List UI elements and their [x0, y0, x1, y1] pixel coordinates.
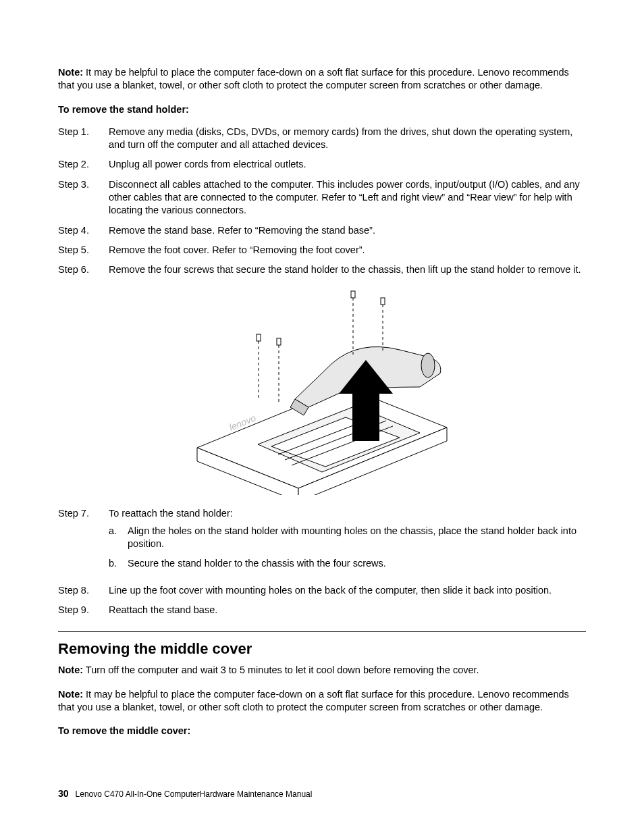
note-label: Note: [58, 689, 83, 700]
note-paragraph: Note: It may be helpful to place the com… [58, 688, 586, 714]
step-text-span: To reattach the stand holder: [109, 508, 233, 519]
procedure-heading: To remove the stand holder: [58, 103, 586, 116]
step-label: Step 7. [58, 507, 109, 577]
document-page: Note: It may be helpful to place the com… [0, 0, 644, 834]
step-text: Disconnect all cables attached to the co… [109, 178, 586, 217]
illustration-figure: lenovo [58, 286, 586, 495]
step-label: Step 6. [58, 263, 109, 276]
svg-point-4 [421, 353, 435, 377]
procedure-heading: To remove the middle cover: [58, 725, 586, 737]
note-text: It may be helpful to place the computer … [58, 689, 569, 712]
note-paragraph: Note: Turn off the computer and wait 3 t… [58, 664, 586, 677]
step-item: Step 6.Remove the four screws that secur… [58, 263, 586, 276]
step-list: Step 7. To reattach the stand holder: a.… [58, 507, 586, 617]
section-heading: Removing the middle cover [58, 639, 586, 658]
step-label: Step 8. [58, 584, 109, 597]
sub-step-label: b. [109, 557, 128, 570]
footer-title: Lenovo C470 All-In-One ComputerHardware … [76, 789, 313, 799]
sub-step-item: a.Align the holes on the stand holder wi… [109, 525, 586, 551]
sub-step-list: a.Align the holes on the stand holder wi… [109, 525, 586, 571]
step-item: Step 7. To reattach the stand holder: a.… [58, 507, 586, 577]
sub-step-item: b.Secure the stand holder to the chassis… [109, 557, 586, 570]
step-list: Step 1.Remove any media (disks, CDs, DVD… [58, 126, 586, 277]
step-text: Unplug all power cords from electrical o… [109, 158, 586, 171]
step-label: Step 5. [58, 244, 109, 257]
step-item: Step 2.Unplug all power cords from elect… [58, 158, 586, 171]
step-text: Reattach the stand base. [109, 604, 586, 617]
step-text: Line up the foot cover with mounting hol… [109, 584, 586, 597]
step-label: Step 3. [58, 178, 109, 217]
step-item: Step 4.Remove the stand base. Refer to “… [58, 224, 586, 237]
page-number: 30 [58, 788, 69, 799]
note-label: Note: [58, 67, 83, 78]
step-item: Step 1.Remove any media (disks, CDs, DVD… [58, 126, 586, 152]
svg-rect-9 [351, 291, 355, 298]
note-text: Turn off the computer and wait 3 to 5 mi… [83, 664, 479, 675]
note-paragraph: Note: It may be helpful to place the com… [58, 66, 586, 93]
step-item: Step 5.Remove the foot cover. Refer to “… [58, 244, 586, 257]
step-label: Step 1. [58, 126, 109, 152]
svg-rect-7 [277, 338, 281, 345]
sub-step-label: a. [109, 525, 128, 551]
step-item: Step 8.Line up the foot cover with mount… [58, 584, 586, 597]
stand-holder-illustration: lenovo [177, 286, 467, 495]
sub-step-text: Secure the stand holder to the chassis w… [128, 557, 586, 570]
step-label: Step 9. [58, 604, 109, 617]
section-divider [58, 631, 586, 632]
step-text: To reattach the stand holder: a.Align th… [109, 507, 586, 577]
step-text: Remove the stand base. Refer to “Removin… [109, 224, 586, 237]
svg-rect-11 [381, 298, 385, 305]
step-label: Step 4. [58, 224, 109, 237]
step-label: Step 2. [58, 158, 109, 171]
note-label: Note: [58, 664, 83, 675]
page-footer: 30Lenovo C470 All-In-One ComputerHardwar… [58, 787, 312, 800]
step-text: Remove the four screws that secure the s… [109, 263, 586, 276]
step-item: Step 3.Disconnect all cables attached to… [58, 178, 586, 217]
step-text: Remove the foot cover. Refer to “Removin… [109, 244, 586, 257]
note-text: It may be helpful to place the computer … [58, 67, 569, 90]
svg-rect-5 [257, 334, 261, 341]
step-item: Step 9.Reattach the stand base. [58, 604, 586, 617]
step-text: Remove any media (disks, CDs, DVDs, or m… [109, 126, 586, 152]
sub-step-text: Align the holes on the stand holder with… [128, 525, 586, 551]
